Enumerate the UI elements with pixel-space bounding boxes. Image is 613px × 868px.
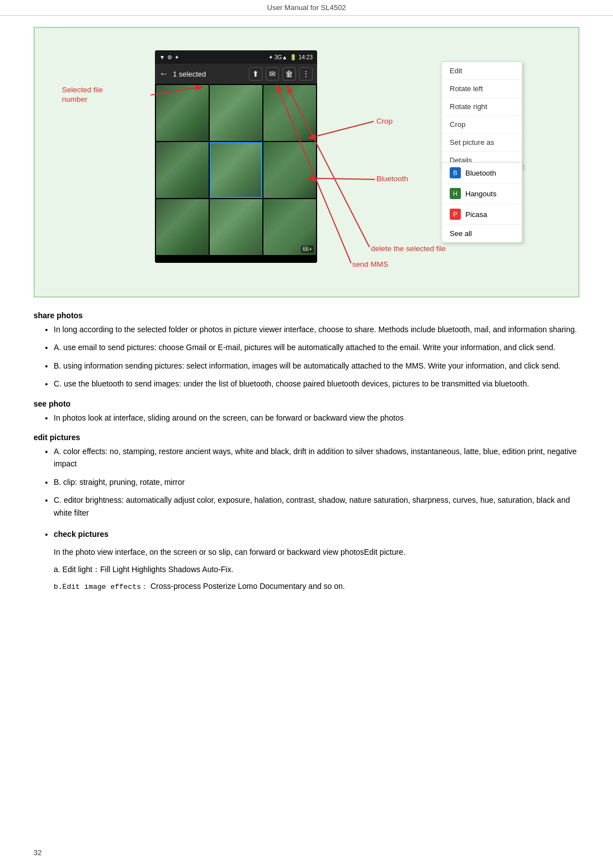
photo-cell-6[interactable] [263,142,316,198]
svg-text:Bluetooth: Bluetooth [376,174,408,183]
section-check-pictures: check pictures In the photo view interfa… [34,528,579,593]
list-item: In long according to the selected folder… [54,323,579,336]
delete-icon[interactable]: 🗑 [282,67,296,81]
picasa-label: Picasa [465,210,487,219]
signal-icon: ✦ 3G▲ [268,54,287,60]
settings-icon: ⚙ [167,54,172,60]
photo-cell-4[interactable] [156,142,209,198]
share-menu: B Bluetooth H Hangouts P Picasa See all [441,162,522,243]
selection-count: 1 selected [173,70,244,78]
photo-cell-8[interactable] [210,199,262,255]
menu-item-edit[interactable]: Edit [442,62,522,80]
photo-cell-1[interactable] [156,85,209,141]
battery-icon: 🔋 [290,54,296,60]
svg-line-6 [309,178,375,180]
picasa-icon: P [450,209,461,220]
bluetooth-icon: B [450,167,461,178]
star-icon: ✦ [175,54,179,60]
share-picasa[interactable]: P Picasa [442,204,522,225]
time-display: 14:23 [299,54,313,60]
more-icon[interactable]: ⋮ [299,67,313,81]
hangouts-icon: H [450,188,461,199]
list-item: A. color effects: no, stamping, restore … [54,445,579,470]
menu-item-rotate-right[interactable]: Rotate right [442,98,522,116]
share-hangouts[interactable]: H Hangouts [442,183,522,204]
check-pictures-list: check pictures [34,528,579,540]
list-item: C. use the bluetooth to send images: und… [54,378,579,390]
photo-cell-3[interactable] [263,85,316,141]
photo-cell-7[interactable] [156,199,209,255]
list-item: B. using information sending pictures: s… [54,360,579,372]
list-item: C. editor brightness: automatically adju… [54,494,579,519]
share-icon[interactable]: ⬆ [249,67,262,81]
status-bar: ▼ ⚙ ✦ ✦ 3G▲ 🔋 14:23 [155,50,317,64]
photo-cell-2[interactable] [210,85,262,141]
phone-toolbar: ← 1 selected ⬆ ✉ 🗑 ⋮ [155,64,317,84]
edit-pictures-heading: edit pictures [34,433,579,442]
section-edit-pictures: edit pictures A. color effects: no, stam… [34,433,579,519]
menu-item-crop[interactable]: Crop [442,116,522,134]
see-photo-list: In photos look at interface, sliding aro… [34,412,579,424]
list-item: B. clip: straight, pruning, rotate, mirr… [54,476,579,488]
share-bluetooth[interactable]: B Bluetooth [442,163,522,183]
check-pictures-text: In the photo view interface, on the scre… [34,546,579,558]
photo-cell-9[interactable]: 66+ [263,199,316,255]
back-button[interactable]: ← [159,69,168,79]
svg-text:send MMS: send MMS [352,260,388,268]
svg-line-4 [309,121,374,138]
see-photo-heading: see photo [34,399,579,408]
photo-cell-5-selected[interactable] [210,142,262,198]
section-see-photo: see photo In photos look at interface, s… [34,399,579,424]
photo-grid: 66+ [155,84,317,256]
bluetooth-label: Bluetooth [465,169,496,177]
share-see-all[interactable]: See all [442,225,522,242]
wifi-icon: ▼ [159,54,165,60]
page-number: 32 [34,848,41,857]
page-header: User Manual for SL4502 [0,0,613,16]
check-pictures-heading: check pictures [54,528,579,540]
see-all-label: See all [450,229,472,238]
image-container: ▼ ⚙ ✦ ✦ 3G▲ 🔋 14:23 ← 1 selected ⬆ [34,27,579,298]
check-pictures-bold: check pictures [54,530,109,539]
context-menu-edit: Edit Rotate left Rotate right Crop Set p… [441,62,522,169]
list-item: A. use email to send pictures: choose Gm… [54,341,579,353]
section-share-photos: share photos In long according to the se… [34,311,579,390]
menu-item-set-picture[interactable]: Set picture as [442,134,522,152]
svg-text:Selected file: Selected file [62,86,103,94]
phone-screenshot: ▼ ⚙ ✦ ✦ 3G▲ 🔋 14:23 ← 1 selected ⬆ [155,50,317,263]
menu-item-rotate-left[interactable]: Rotate left [442,80,522,98]
svg-text:number: number [62,95,88,103]
svg-text:delete the selected file: delete the selected file [371,244,446,253]
share-photos-heading: share photos [34,311,579,320]
list-item: In photos look at interface, sliding aro… [54,412,579,424]
photo-count: 66+ [301,246,314,253]
edit-light-text: a. Edit light：Fill Light Highlights Shad… [34,563,579,575]
svg-text:Crop: Crop [376,117,393,125]
hangouts-label: Hangouts [465,190,497,198]
edit-effects-text: b.Edit image effects： b. Edit image effe… [34,580,579,593]
share-photos-list: In long according to the selected folder… [34,323,579,390]
edit-pictures-list: A. color effects: no, stamping, restore … [34,445,579,519]
mms-icon[interactable]: ✉ [266,67,279,81]
